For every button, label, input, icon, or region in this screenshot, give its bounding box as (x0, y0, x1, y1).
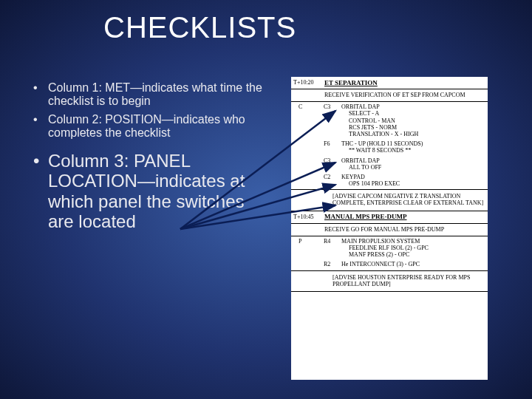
doc-r5-text: MAIN PROPULSION SYSTEM (341, 238, 420, 245)
slide-title: CHECKLISTS (103, 11, 296, 44)
doc-msg1: RECEIVE VERIFICATION OF ET SEP FROM CAPC… (291, 89, 488, 100)
doc-r1-c3: ORBITAL DAP SELECT - A CONTROL - MAN RCS… (341, 103, 488, 137)
doc-r1-text: ORBITAL DAP (341, 103, 380, 110)
doc-r1-s4: TRANSLATION - X - HIGH (341, 131, 488, 137)
doc-r2-s1: ** WAIT 8 SECONDS ** (341, 147, 488, 154)
doc-r4-text: KEYPAD (341, 174, 365, 180)
doc-r1-s2: CONTROL - MAN (341, 117, 488, 124)
doc-r1-c1: C (291, 103, 324, 137)
checklist-document: T+10:20 ET SEPARATION RECEIVE VERIFICATI… (291, 77, 488, 380)
doc-r4-c2: C2 (324, 174, 341, 187)
doc-r5-s2: MANF PRESS (2) - OPC (341, 251, 488, 258)
doc-r3-c2: C3 (324, 157, 341, 171)
doc-h1-title: ET SEPARATION (324, 79, 488, 86)
doc-r5-c2: R4 (324, 238, 341, 259)
doc-h1-time: T+10:20 (291, 79, 324, 86)
bullet-1: Column 1: MET—indicates what time the ch… (33, 81, 262, 109)
bullet-3: Column 3: PANEL LOCATION—indicates at wh… (33, 151, 262, 232)
doc-r1-c2: C3 (324, 103, 341, 137)
bullet-list: Column 1: MET—indicates what time the ch… (33, 81, 262, 236)
doc-r5-c1: P (291, 238, 324, 259)
bullet-2: Column 2: POSITION—indicates who complet… (33, 113, 262, 140)
doc-r3-text: ORBITAL DAP (341, 157, 380, 164)
doc-r1-s1: SELECT - A (341, 110, 488, 117)
doc-r5-s1: FEEDLINE RLF ISOL (2) - GPC (341, 245, 488, 251)
doc-h2-time: T+10:45 (291, 214, 324, 220)
doc-adv1: [ADVISE CAPCOM NEGATIVE Z TRANSLATION CO… (291, 190, 488, 209)
doc-r2-text: THC - UP (HOLD 11 SECONDS) (341, 140, 423, 147)
doc-r1-s3: RCS JETS - NORM (341, 124, 488, 131)
doc-msg2: RECEIVE GO FOR MANUAL MPS PRE-DUMP (291, 224, 488, 235)
doc-r3-s1: ALL TO OFF (341, 164, 488, 171)
doc-r6-text: He INTERCONNECT (3) - GPC (341, 261, 488, 267)
doc-adv2: [ADVISE HOUSTON ENTERPRISE READY FOR MPS… (291, 271, 488, 290)
doc-h2-title: MANUAL MPS PRE-DUMP (324, 213, 488, 220)
doc-r4-s1: OPS 104 PRO EXEC (341, 180, 488, 187)
doc-r2-c2: F6 (324, 140, 341, 154)
slide: CHECKLISTS Column 1: MET—indicates what … (0, 0, 532, 399)
doc-r6-c2: R2 (324, 261, 341, 267)
